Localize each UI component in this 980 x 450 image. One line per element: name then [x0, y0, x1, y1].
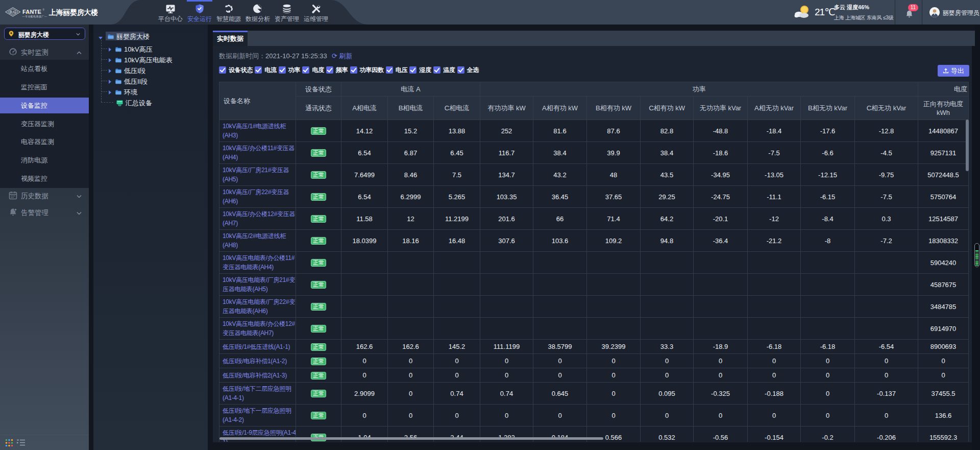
svg-text:FANTE: FANTE [22, 9, 41, 15]
svg-text:—专业配电系统厂—: —专业配电系统厂— [22, 15, 47, 18]
svg-text:风特: 风特 [9, 10, 16, 14]
svg-text:®: ® [43, 8, 45, 11]
